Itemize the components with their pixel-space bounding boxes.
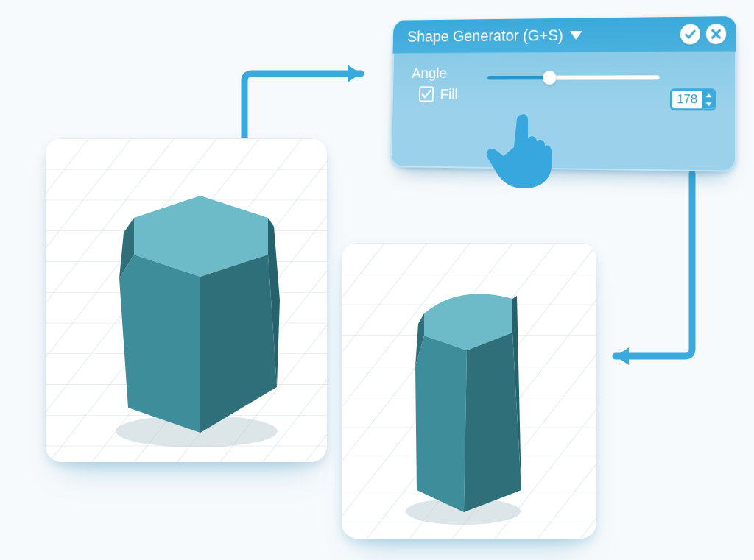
spin-up-button[interactable] — [703, 91, 714, 99]
angle-value[interactable]: 178 — [672, 91, 702, 108]
render-after — [342, 243, 596, 539]
close-button[interactable] — [706, 24, 726, 44]
svg-marker-12 — [415, 336, 467, 512]
fill-label: Fill — [440, 85, 457, 102]
chevron-down-icon — [570, 31, 582, 40]
svg-marker-4 — [119, 255, 200, 433]
confirm-button[interactable] — [680, 24, 700, 45]
flow-arrow-output — [596, 174, 729, 372]
shape-generator-panel: Shape Generator (G+S) Angle Fill 178 — [390, 16, 736, 172]
render-before — [46, 138, 327, 462]
spin-down-button[interactable] — [703, 99, 714, 108]
angle-spinbox[interactable]: 178 — [670, 88, 716, 110]
svg-marker-13 — [464, 333, 521, 512]
panel-header[interactable]: Shape Generator (G+S) — [392, 16, 736, 54]
fill-checkbox[interactable] — [419, 86, 434, 102]
angle-slider[interactable] — [487, 75, 660, 79]
angle-label: Angle — [412, 65, 447, 82]
panel-title: Shape Generator (G+S) — [407, 26, 563, 46]
slider-thumb[interactable] — [543, 71, 557, 85]
slider-fill — [487, 76, 549, 80]
